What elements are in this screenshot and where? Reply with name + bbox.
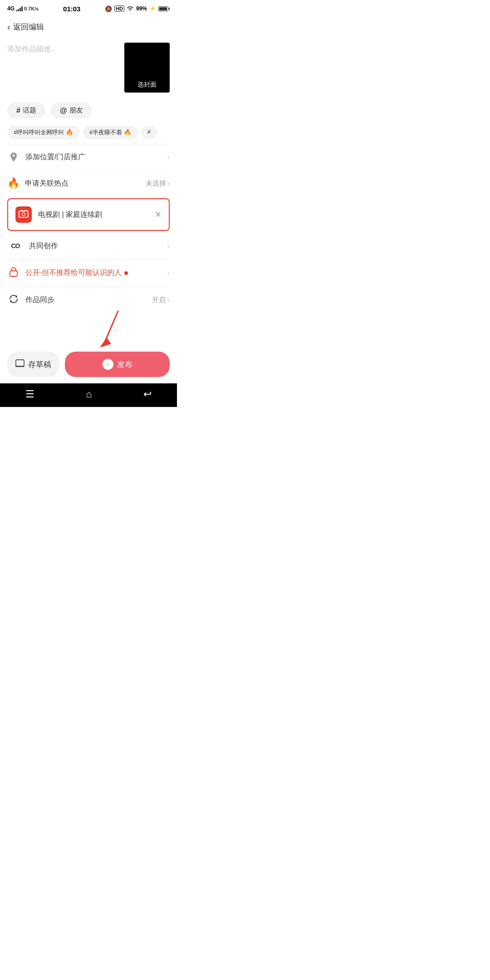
- publish-label: 发布: [117, 359, 132, 370]
- mention-icon: @: [60, 107, 67, 115]
- arrow-svg: [91, 307, 127, 352]
- privacy-dot: [124, 271, 128, 275]
- location-chevron: ›: [167, 153, 170, 161]
- privacy-label: 公开·但不推荐给可能认识的人: [25, 268, 122, 278]
- arrow-annotation: [0, 314, 177, 345]
- battery-icon: [158, 6, 170, 11]
- close-icon[interactable]: ✕: [155, 210, 162, 220]
- wifi-icon: [127, 5, 134, 12]
- co-chevron-icon: ›: [167, 241, 170, 251]
- draft-label: 存草稿: [28, 359, 51, 370]
- hot-topic-chip-1[interactable]: #呼叫呼叫全网呼叫 🔥: [7, 126, 79, 139]
- hot-point-status: 未选择: [146, 179, 166, 188]
- hot-topic-chip-2[interactable]: #半夜睡不着 🔥: [83, 126, 137, 139]
- hot-topics-row: #呼叫呼叫全网呼叫 🔥 #半夜睡不着 🔥 #: [0, 123, 177, 144]
- tv-drama-row[interactable]: 电视剧 | 家庭连续剧 ✕: [7, 198, 170, 231]
- signal-bars: [16, 6, 23, 11]
- network-speed: 0.7K/s: [24, 6, 39, 11]
- hashtag-button[interactable]: # 话题: [7, 103, 45, 118]
- privacy-row[interactable]: 公开·但不推荐给可能认识的人 ›: [0, 260, 177, 286]
- privacy-text: 公开·但不推荐给可能认识的人: [25, 268, 167, 278]
- description-area: 添加作品描述.. 选封面: [0, 37, 177, 98]
- tv-icon-box: [15, 206, 32, 223]
- network-type: 4G: [7, 5, 15, 12]
- status-time: 01:03: [63, 5, 80, 13]
- tv-drama-text: 电视剧 | 家庭连续剧: [38, 210, 155, 220]
- status-bar: 4G 0.7K/s 01:03 🔕 HD 99% ⚡: [0, 0, 177, 16]
- hot-point-text: 申请关联热点: [25, 179, 146, 188]
- status-right: 🔕 HD 99% ⚡: [105, 5, 170, 12]
- location-row[interactable]: 添加位置/门店推广 ›: [0, 144, 177, 170]
- sync-row[interactable]: 作品同步 开启 ›: [0, 287, 177, 314]
- sync-text: 作品同步: [25, 295, 152, 305]
- hot-point-chevron-icon: ›: [167, 179, 170, 188]
- hashtag-label: 话题: [23, 106, 36, 115]
- cover-preview[interactable]: 选封面: [124, 43, 170, 93]
- home-nav-icon[interactable]: ⌂: [86, 388, 92, 400]
- status-left: 4G 0.7K/s: [7, 5, 39, 12]
- svg-rect-2: [10, 271, 17, 276]
- hot-topic-3-text: #: [147, 128, 151, 135]
- privacy-lock-icon: [7, 267, 20, 279]
- co-text: 共同创作: [29, 241, 167, 251]
- svg-point-1: [22, 212, 25, 216]
- svg-rect-0: [19, 211, 28, 217]
- back-button[interactable]: ‹ 返回编辑: [7, 22, 44, 32]
- description-placeholder: 添加作品描述..: [7, 45, 55, 53]
- location-text: 添加位置/门店推广: [25, 152, 167, 162]
- back-label: 返回编辑: [13, 22, 44, 32]
- publish-icon: ↑: [103, 359, 113, 370]
- tag-buttons-row: # 话题 @ 朋友: [0, 98, 177, 123]
- battery-percent: 99%: [136, 5, 147, 12]
- alarm-icon: 🔕: [105, 5, 112, 12]
- hot-point-right: 未选择 ›: [146, 179, 170, 188]
- bottom-buttons: 存草稿 ↑ 发布: [0, 345, 177, 383]
- co-badge: CO: [7, 240, 24, 252]
- hot-topic-1-text: #呼叫呼叫全网呼叫 🔥: [14, 129, 73, 136]
- mention-label: 朋友: [69, 106, 83, 115]
- co-row[interactable]: CO 共同创作 ›: [0, 233, 177, 259]
- location-chevron-icon: ›: [167, 153, 170, 161]
- hot-topic-2-text: #半夜睡不着 🔥: [89, 129, 131, 136]
- draft-icon: [15, 359, 24, 370]
- back-chevron-icon: ‹: [7, 22, 10, 32]
- tv-icon: [19, 210, 29, 220]
- privacy-chevron-icon: ›: [167, 268, 170, 278]
- hot-topic-chip-3[interactable]: #: [141, 126, 157, 139]
- sync-icon: [7, 294, 20, 306]
- publish-button[interactable]: ↑ 发布: [65, 352, 170, 377]
- sync-status: 开启: [152, 296, 166, 304]
- draft-button[interactable]: 存草稿: [7, 352, 59, 377]
- nav-bar: ‹ 返回编辑: [0, 16, 177, 37]
- publish-arrow-icon: ↑: [106, 361, 109, 368]
- mention-button[interactable]: @ 朋友: [51, 103, 92, 118]
- hd-badge: HD: [114, 5, 124, 12]
- location-icon: [7, 152, 20, 162]
- cover-label: 选封面: [137, 81, 157, 89]
- charging-icon: ⚡: [149, 5, 156, 12]
- sync-chevron-icon: ›: [167, 295, 170, 305]
- hot-point-row[interactable]: 🔥 申请关联热点 未选择 ›: [0, 170, 177, 196]
- bottom-nav: ☰ ⌂ ↩: [0, 383, 177, 407]
- svg-rect-5: [16, 360, 24, 366]
- back-nav-icon[interactable]: ↩: [143, 388, 152, 400]
- fire-icon: 🔥: [7, 177, 20, 189]
- sync-right: 开启 ›: [152, 295, 170, 305]
- menu-nav-icon[interactable]: ☰: [25, 388, 34, 400]
- description-input[interactable]: 添加作品描述..: [7, 43, 119, 54]
- hashtag-icon: #: [16, 107, 20, 115]
